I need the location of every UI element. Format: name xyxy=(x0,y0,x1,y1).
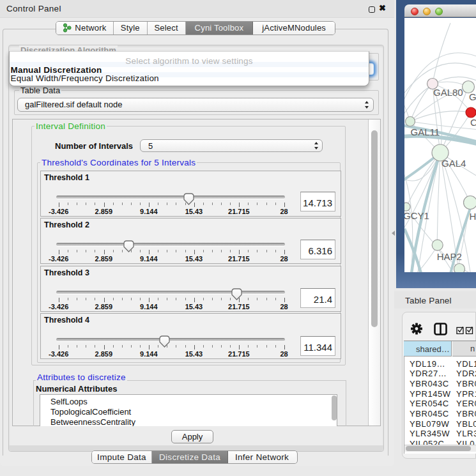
svg-text:GAL80: GAL80 xyxy=(433,87,463,98)
svg-text:GCY1: GCY1 xyxy=(404,210,429,221)
svg-text:GA: GA xyxy=(469,91,476,102)
svg-text:HAP2: HAP2 xyxy=(437,251,462,262)
svg-text:GAL11: GAL11 xyxy=(411,127,440,137)
svg-text:H: H xyxy=(470,211,476,222)
svg-text:C: C xyxy=(470,117,476,128)
svg-text:GAL4: GAL4 xyxy=(441,158,466,169)
